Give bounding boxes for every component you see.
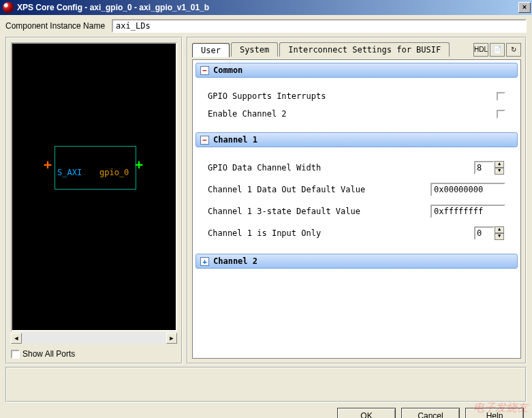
ok-button[interactable]: OK xyxy=(337,408,396,418)
tabs-row: User System Interconnect Settings for BU… xyxy=(192,42,521,57)
section-header-channel1[interactable]: − Channel 1 xyxy=(195,132,518,147)
tab-system[interactable]: System xyxy=(231,42,278,57)
dataout-default-input[interactable] xyxy=(431,183,505,196)
data-width-input[interactable] xyxy=(474,161,495,175)
section-title-channel1: Channel 1 xyxy=(213,135,257,145)
show-all-ports-label: Show All Ports xyxy=(22,349,75,359)
prop-label: GPIO Data Channel Width xyxy=(208,163,474,173)
input-only-input[interactable] xyxy=(474,226,495,240)
properties-panel: User System Interconnect Settings for BU… xyxy=(187,37,527,364)
enable-channel2-checkbox[interactable] xyxy=(497,110,505,119)
spin-up-button[interactable]: ▲ xyxy=(495,161,504,168)
dialog-button-bar: OK Cancel Help xyxy=(0,405,532,418)
tab-user[interactable]: User xyxy=(192,43,230,57)
spin-down-button[interactable]: ▼ xyxy=(495,233,504,240)
help-button[interactable]: Help xyxy=(465,408,524,418)
horizontal-scrollbar[interactable]: ◄ ► xyxy=(11,333,177,344)
prop-label: GPIO Supports Interrupts xyxy=(208,91,497,101)
prop-label: Channel 1 3-state Default Value xyxy=(208,207,431,216)
prop-row: Channel 1 is Input Only ▲ ▼ xyxy=(208,226,505,240)
section-title-channel2: Channel 2 xyxy=(213,256,257,266)
instance-name-input[interactable] xyxy=(112,19,527,33)
show-all-ports-row: Show All Ports xyxy=(11,349,177,359)
prop-label: Channel 1 Data Out Default Value xyxy=(208,185,431,194)
refresh-button[interactable]: ↻ xyxy=(506,43,521,57)
tab-interconnect[interactable]: Interconnect Settings for BUSIF xyxy=(279,42,450,57)
block-diagram-panel: + + S_AXI gpio_0 ◄ ► Show All Ports xyxy=(5,37,183,364)
port-right-label: gpio_0 xyxy=(99,168,129,177)
app-icon xyxy=(3,2,14,13)
port-marker-left: + xyxy=(44,156,52,173)
port-marker-right: + xyxy=(135,156,143,173)
prop-row: GPIO Supports Interrupts xyxy=(208,91,505,101)
section-title-common: Common xyxy=(213,65,242,75)
data-width-spinner[interactable]: ▲ ▼ xyxy=(474,161,505,175)
cancel-button[interactable]: Cancel xyxy=(401,408,460,418)
prop-row: Channel 1 3-state Default Value xyxy=(208,205,505,218)
spin-up-button[interactable]: ▲ xyxy=(495,226,504,233)
scroll-left-button[interactable]: ◄ xyxy=(11,333,22,344)
tristate-default-input[interactable] xyxy=(431,205,505,218)
scroll-track[interactable] xyxy=(22,333,166,344)
prop-row: Channel 1 Data Out Default Value xyxy=(208,183,505,196)
prop-label: Enable Channel 2 xyxy=(208,109,497,119)
section-body-channel1: GPIO Data Channel Width ▲ ▼ Channel 1 Da… xyxy=(194,149,519,252)
section-header-channel2[interactable]: + Channel 2 xyxy=(195,254,518,269)
window-title: XPS Core Config - axi_gpio_0 - axi_gpio_… xyxy=(17,3,518,12)
titlebar: XPS Core Config - axi_gpio_0 - axi_gpio_… xyxy=(0,0,532,15)
close-button[interactable]: × xyxy=(518,2,531,13)
instance-name-row: Component Instance Name xyxy=(0,15,532,37)
collapse-icon: − xyxy=(200,136,209,145)
collapse-icon: − xyxy=(200,66,209,75)
scroll-right-button[interactable]: ► xyxy=(166,333,177,344)
hdl-button[interactable]: HDL xyxy=(473,43,488,57)
spin-down-button[interactable]: ▼ xyxy=(495,168,504,175)
prop-label: Channel 1 is Input Only xyxy=(208,228,474,238)
instance-name-label: Component Instance Name xyxy=(5,21,105,31)
prop-row: Enable Channel 2 xyxy=(208,109,505,119)
port-left-label: S_AXI xyxy=(57,168,82,177)
prop-row: GPIO Data Channel Width ▲ ▼ xyxy=(208,161,505,175)
block-diagram-viewport[interactable]: + + S_AXI gpio_0 xyxy=(11,42,177,331)
expand-icon: + xyxy=(200,257,209,266)
message-panel xyxy=(5,367,527,402)
datasheet-button[interactable]: 📄 xyxy=(490,43,505,57)
tab-content: − Common GPIO Supports Interrupts Enable… xyxy=(192,59,521,359)
show-all-ports-checkbox[interactable] xyxy=(11,350,20,359)
interrupts-checkbox[interactable] xyxy=(497,92,505,101)
input-only-spinner[interactable]: ▲ ▼ xyxy=(474,226,505,240)
section-body-common: GPIO Supports Interrupts Enable Channel … xyxy=(194,79,519,131)
section-header-common[interactable]: − Common xyxy=(195,63,518,78)
